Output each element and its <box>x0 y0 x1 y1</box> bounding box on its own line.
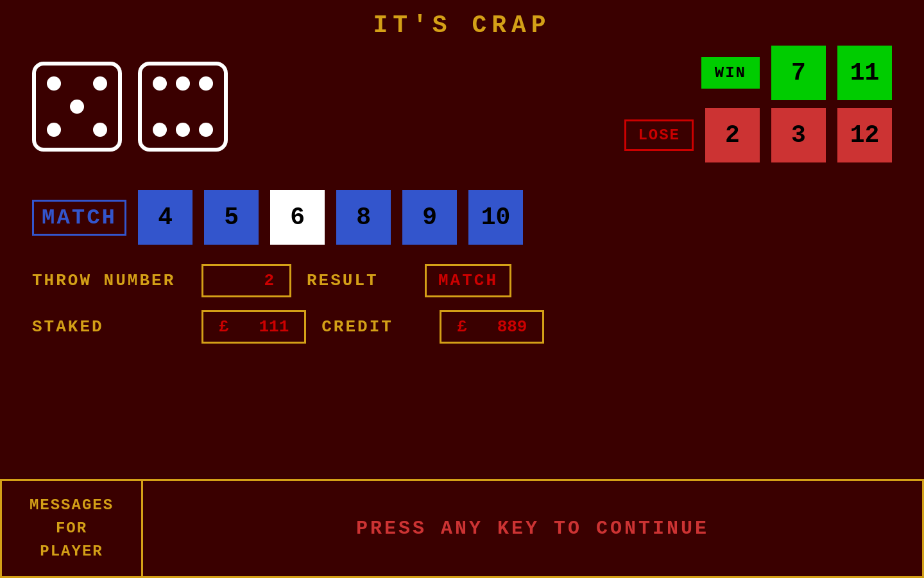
staked-label: STAKED <box>32 317 186 337</box>
match-number-4: 4 <box>138 190 193 245</box>
lose-badge: LOSE <box>624 119 694 151</box>
die-2 <box>138 62 228 152</box>
dot <box>199 76 213 91</box>
lose-number-12: 12 <box>837 108 892 162</box>
dot <box>93 76 107 91</box>
staked-value: £ 111 <box>201 310 306 344</box>
result-value: MATCH <box>425 264 511 297</box>
dot <box>70 100 84 114</box>
win-badge: WIN <box>701 57 760 89</box>
dot <box>153 123 167 137</box>
dot <box>176 123 190 137</box>
dot <box>47 76 61 91</box>
dot <box>153 76 167 91</box>
right-panel: WIN 7 11 LOSE 2 3 12 <box>544 46 892 479</box>
lose-number-2: 2 <box>705 108 760 162</box>
message-label: MESSAGESFORPLAYER <box>2 481 143 576</box>
dot <box>47 123 61 137</box>
dot <box>176 76 190 91</box>
game-container: IT'S CRAP <box>0 0 924 578</box>
match-label: MATCH <box>32 200 126 236</box>
dot <box>199 123 213 137</box>
dice-section: MATCH 4 5 6 8 9 10 THROW NUMBER 2 RESULT <box>32 46 544 479</box>
game-title: IT'S CRAP <box>373 12 551 39</box>
match-number-10: 10 <box>468 190 523 245</box>
message-content[interactable]: PRESS ANY KEY TO CONTINUE <box>143 481 922 576</box>
message-area: MESSAGESFORPLAYER PRESS ANY KEY TO CONTI… <box>0 479 924 578</box>
credit-label: CREDIT <box>321 317 424 337</box>
match-number-5: 5 <box>204 190 259 245</box>
throw-label: THROW NUMBER <box>32 271 186 290</box>
win-number-11: 11 <box>837 46 892 100</box>
match-number-8: 8 <box>336 190 391 245</box>
lose-number-3: 3 <box>771 108 826 162</box>
result-label: RESULT <box>307 271 409 290</box>
die-1 <box>32 62 122 152</box>
dot <box>93 123 107 137</box>
throw-value: 2 <box>201 264 291 297</box>
match-number-6: 6 <box>270 190 325 245</box>
win-number-7: 7 <box>771 46 826 100</box>
match-number-9: 9 <box>402 190 457 245</box>
credit-value: £ 889 <box>440 310 544 344</box>
